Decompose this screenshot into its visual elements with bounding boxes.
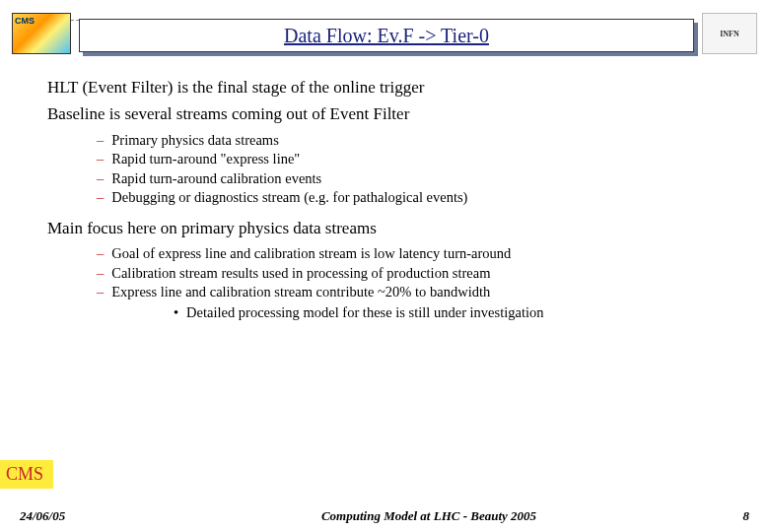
sub-item: –Rapid turn-around "express line" bbox=[97, 150, 749, 169]
sub-text: Debugging or diagnostics stream (e.g. fo… bbox=[111, 188, 467, 208]
sub-item: –Goal of express line and calibration st… bbox=[97, 244, 749, 264]
sub-text: Primary physics data streams bbox=[111, 131, 279, 151]
bullet-2-sublist: –Primary physics data streams –Rapid tur… bbox=[97, 131, 749, 208]
sub-sub-text: Detailed processing model for these is s… bbox=[186, 302, 543, 322]
sub-sub-item: •Detailed processing model for these is … bbox=[174, 302, 749, 322]
sub-item: –Calibration stream results used in proc… bbox=[97, 264, 749, 284]
sub-item: –Express line and calibration stream con… bbox=[97, 283, 749, 302]
slide-header: CMS Data Flow: Ev.F -> Tier-0 INFN bbox=[0, 0, 769, 59]
dash-icon: – bbox=[97, 283, 104, 302]
sub-item: –Debugging or diagnostics stream (e.g. f… bbox=[97, 188, 749, 208]
slide-title: Data Flow: Ev.F -> Tier-0 bbox=[284, 25, 489, 47]
infn-logo-text: INFN bbox=[720, 30, 739, 38]
sub-text: Calibration stream results used in proce… bbox=[111, 264, 490, 284]
dash-icon: – bbox=[97, 264, 104, 284]
sub-text: Rapid turn-around "express line" bbox=[111, 150, 300, 169]
sub-text: Goal of express line and calibration str… bbox=[111, 244, 511, 264]
footer-title: Computing Model at LHC - Beauty 2005 bbox=[138, 508, 720, 524]
dash-icon: – bbox=[97, 131, 104, 151]
dash-icon: – bbox=[97, 169, 104, 189]
dash-icon: – bbox=[97, 244, 104, 264]
bullet-dot-icon: • bbox=[174, 302, 178, 322]
dash-icon: – bbox=[97, 188, 104, 208]
bullet-3-sublist: –Goal of express line and calibration st… bbox=[97, 244, 749, 322]
footer-date: 24/06/05 bbox=[20, 508, 138, 524]
slide-footer: 24/06/05 Computing Model at LHC - Beauty… bbox=[0, 508, 769, 524]
title-bar: Data Flow: Ev.F -> Tier-0 bbox=[79, 19, 694, 52]
sub-text: Rapid turn-around calibration events bbox=[111, 169, 321, 189]
bullet-2: Baseline is several streams coming out o… bbox=[47, 103, 749, 124]
footer-page-number: 8 bbox=[720, 508, 749, 524]
bullet-1: HLT (Event Filter) is the final stage of… bbox=[47, 77, 749, 98]
cms-logo: CMS bbox=[12, 13, 71, 54]
dash-icon: – bbox=[97, 150, 104, 169]
cms-badge-text: CMS bbox=[6, 464, 43, 484]
bullet-3: Main focus here on primary physics data … bbox=[47, 218, 749, 238]
sub-item: –Primary physics data streams bbox=[97, 131, 749, 151]
title-front: Data Flow: Ev.F -> Tier-0 bbox=[79, 19, 694, 52]
slide-content: HLT (Event Filter) is the final stage of… bbox=[0, 59, 769, 322]
sub-text: Express line and calibration stream cont… bbox=[111, 283, 490, 302]
cms-logo-text: CMS bbox=[15, 16, 35, 26]
cms-badge: CMS bbox=[0, 460, 53, 489]
sub-item: –Rapid turn-around calibration events bbox=[97, 169, 749, 189]
infn-logo: INFN bbox=[702, 13, 757, 54]
